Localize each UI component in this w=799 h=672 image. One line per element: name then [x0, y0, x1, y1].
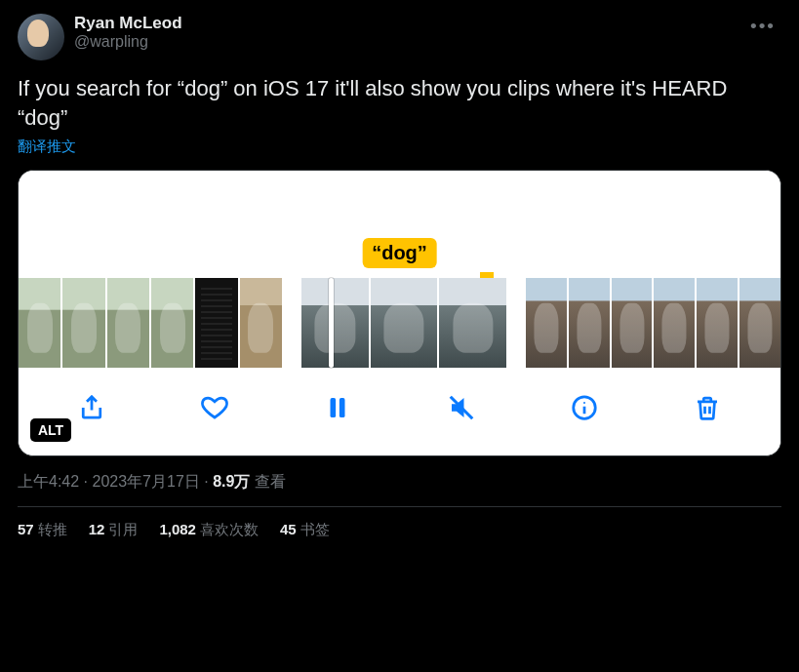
tweet-stats: 57转推 12引用 1,082喜欢次数 45书签 [18, 521, 781, 539]
clip-frame [240, 278, 282, 368]
pause-icon[interactable] [321, 391, 354, 424]
clip-frame [526, 278, 567, 368]
media-preview-area: “dog” [19, 171, 780, 278]
views-count: 8.9万 [213, 473, 250, 490]
divider [18, 506, 781, 507]
clip-group [526, 278, 780, 368]
caption-badge: “dog” [362, 238, 437, 268]
views-label: 查看 [255, 473, 286, 490]
translate-link[interactable]: 翻译推文 [18, 138, 781, 156]
bookmarks-stat[interactable]: 45书签 [280, 521, 330, 539]
author-block[interactable]: Ryan McLeod @warpling [74, 14, 735, 51]
mute-icon[interactable] [445, 391, 478, 424]
tweet-meta: 上午4:42 · 2023年7月17日 · 8.9万 查看 [18, 472, 781, 493]
trash-icon[interactable] [691, 391, 724, 424]
clip-frame [62, 278, 104, 368]
tweet-header: Ryan McLeod @warpling ••• [18, 14, 781, 60]
clip-frame [654, 278, 695, 368]
tweet-time[interactable]: 上午4:42 [18, 473, 79, 490]
svg-point-4 [583, 402, 585, 404]
playhead[interactable] [329, 278, 334, 368]
clip-frame [195, 278, 237, 368]
clip-frame [612, 278, 653, 368]
alt-badge[interactable]: ALT [30, 418, 71, 442]
clip-frame [371, 278, 438, 368]
more-button[interactable]: ••• [744, 14, 781, 39]
svg-rect-0 [331, 398, 337, 417]
clip-frame [19, 278, 60, 368]
share-icon[interactable] [75, 391, 108, 424]
clip-frame [439, 278, 506, 368]
media-controls [19, 368, 780, 455]
clip-frame [301, 278, 369, 368]
clip-frame [697, 278, 738, 368]
clip-frame [151, 278, 193, 368]
info-icon[interactable] [568, 391, 601, 424]
media-card[interactable]: “dog” [18, 170, 781, 456]
clip-group [301, 278, 506, 368]
clip-frame [739, 278, 780, 368]
tweet-date[interactable]: 2023年7月17日 [92, 473, 199, 490]
heart-icon[interactable] [198, 391, 231, 424]
tweet-container: Ryan McLeod @warpling ••• If you search … [0, 0, 799, 553]
clip-frame [107, 278, 149, 368]
avatar[interactable] [18, 14, 64, 60]
video-timeline[interactable] [19, 278, 780, 368]
display-name: Ryan McLeod [74, 14, 735, 33]
svg-rect-1 [340, 398, 345, 417]
clip-frame [569, 278, 610, 368]
likes-stat[interactable]: 1,082喜欢次数 [159, 521, 259, 539]
quotes-stat[interactable]: 12引用 [89, 521, 139, 539]
clip-group [19, 278, 282, 368]
retweets-stat[interactable]: 57转推 [18, 521, 67, 539]
tweet-text: If you search for “dog” on iOS 17 it'll … [18, 74, 781, 132]
handle: @warpling [74, 33, 735, 51]
